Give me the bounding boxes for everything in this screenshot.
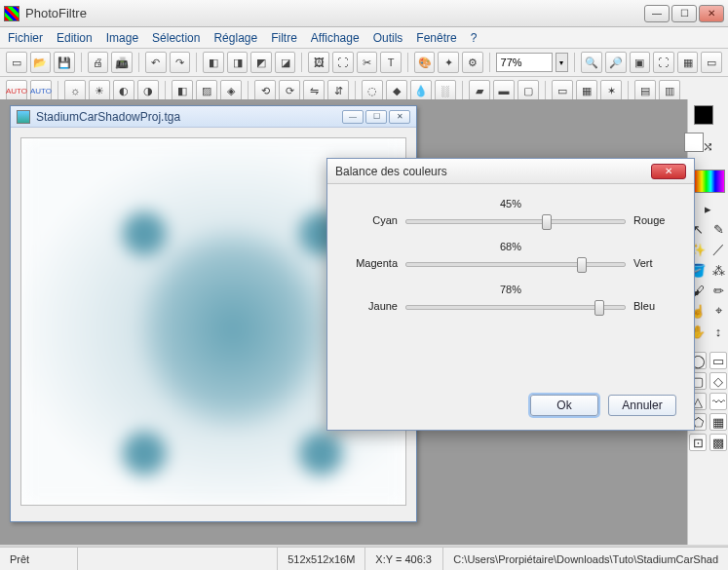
scroll-tool-icon[interactable]: ↕ — [709, 323, 727, 340]
slider-track-2[interactable] — [405, 254, 626, 272]
module1-icon[interactable]: ▭ — [552, 80, 573, 101]
contrast-plus-icon[interactable]: ◑ — [137, 80, 159, 101]
grayscale-icon[interactable]: ◧ — [172, 80, 193, 101]
slider-thumb-3[interactable] — [594, 300, 604, 316]
slider-track-1[interactable] — [405, 211, 626, 229]
scan-icon[interactable]: 📠 — [111, 52, 133, 73]
menu-fichier[interactable]: Fichier — [8, 31, 43, 45]
menu-edition[interactable]: Edition — [57, 31, 93, 45]
auto-contrast-icon[interactable]: AUTO — [30, 80, 52, 101]
zoom-input[interactable] — [496, 53, 553, 72]
color-palette[interactable] — [692, 170, 725, 193]
lasso-sel-icon[interactable]: 〰 — [709, 393, 727, 410]
menu-selection[interactable]: Sélection — [152, 31, 200, 45]
save-icon[interactable]: 💾 — [54, 52, 75, 73]
menu-image[interactable]: Image — [106, 31, 138, 45]
tool-a-icon[interactable]: ◧ — [203, 52, 224, 73]
brightness-plus-icon[interactable]: ☀ — [89, 80, 110, 101]
eyedropper-tool-icon[interactable]: ✎ — [709, 220, 727, 238]
print-icon[interactable]: 🖨 — [88, 52, 109, 73]
plugin-icon[interactable]: ⚙ — [462, 52, 483, 73]
redo-icon[interactable]: ↷ — [170, 52, 191, 73]
dialog-titlebar[interactable]: Balance des couleurs ✕ — [327, 159, 694, 184]
image-props-icon[interactable]: 🖼 — [308, 52, 329, 73]
resize-icon[interactable]: ⛶ — [332, 52, 354, 73]
manager-icon[interactable]: ▥ — [659, 80, 680, 101]
spray-tool-icon[interactable]: ⁂ — [709, 261, 727, 279]
ok-button[interactable]: Ok — [530, 395, 598, 416]
menu-help[interactable]: ? — [471, 31, 478, 45]
dialog-close-button[interactable]: ✕ — [651, 164, 686, 179]
flip-h-icon[interactable]: ⇋ — [303, 80, 325, 101]
menu-reglage[interactable]: Réglage — [213, 31, 257, 45]
slider-track-3[interactable] — [405, 297, 626, 315]
slider-cyan-rouge: 45% Cyan Rouge — [347, 198, 674, 229]
grid-sel-icon[interactable]: ▦ — [709, 413, 727, 431]
zoom-dropdown-icon[interactable]: ▾ — [556, 53, 569, 72]
foreground-swatch[interactable] — [694, 105, 713, 125]
frame-icon[interactable]: ▢ — [517, 80, 539, 101]
crop-icon[interactable]: ✂ — [357, 52, 378, 73]
app-icon — [4, 6, 19, 21]
fit-icon[interactable]: ▣ — [630, 52, 651, 73]
open-icon[interactable]: 📂 — [30, 52, 52, 73]
zoom-in-icon[interactable]: 🔍 — [581, 52, 602, 73]
menu-affichage[interactable]: Affichage — [311, 31, 360, 45]
doc-maximize-button[interactable]: ☐ — [365, 110, 387, 124]
document-titlebar[interactable]: StadiumCarShadowProj.tga — ☐ ✕ — [11, 106, 416, 128]
menu-filtre[interactable]: Filtre — [271, 31, 297, 45]
grid-icon[interactable]: ▦ — [677, 52, 699, 73]
relief-icon[interactable]: ▰ — [469, 80, 490, 101]
drop-icon[interactable]: 💧 — [410, 80, 432, 101]
sharpen-icon[interactable]: ◆ — [386, 80, 407, 101]
doc-close-button[interactable]: ✕ — [389, 110, 410, 124]
gradient-icon[interactable]: ▬ — [493, 80, 515, 101]
auto-levels-icon[interactable]: AUTO — [6, 80, 27, 101]
maximize-button[interactable]: ☐ — [671, 5, 697, 22]
close-button[interactable]: ✕ — [699, 5, 724, 22]
slider-thumb-1[interactable] — [542, 214, 552, 230]
module3-icon[interactable]: ✶ — [600, 80, 622, 101]
arrow-icon[interactable]: ▸ — [700, 200, 717, 217]
rotate-right-icon[interactable]: ⟳ — [279, 80, 300, 101]
flip-v-icon[interactable]: ⇵ — [327, 80, 349, 101]
outline-sel-icon[interactable]: ⊡ — [689, 434, 707, 451]
slider-thumb-2[interactable] — [577, 257, 587, 273]
diamond-sel-icon[interactable]: ◇ — [709, 372, 727, 390]
module2-icon[interactable]: ▦ — [576, 80, 597, 101]
palette-icon[interactable]: 🎨 — [414, 52, 436, 73]
fullscreen-icon[interactable]: ⛶ — [653, 52, 674, 73]
line-tool-icon[interactable]: ／ — [709, 241, 727, 258]
menu-fenetre[interactable]: Fenêtre — [416, 31, 456, 45]
pattern-sel-icon[interactable]: ▩ — [709, 434, 727, 451]
sepia-icon[interactable]: ▨ — [196, 80, 217, 101]
slider-value-3: 78% — [347, 284, 674, 295]
status-coords: X:Y = 406:3 — [365, 548, 443, 570]
explorer-icon[interactable]: ▤ — [634, 80, 656, 101]
advbrush-tool-icon[interactable]: ✏ — [709, 282, 727, 299]
rect-sel-icon[interactable]: ▭ — [709, 352, 727, 369]
dialog-body: 45% Cyan Rouge 68% Magenta Vert 78% Jaun… — [327, 184, 694, 334]
effects-icon[interactable]: ✦ — [438, 52, 459, 73]
new-icon[interactable]: ▭ — [6, 52, 27, 73]
tool-c-icon[interactable]: ◩ — [250, 52, 272, 73]
menu-outils[interactable]: Outils — [373, 31, 403, 45]
minimize-button[interactable]: — — [644, 5, 670, 22]
rotate-left-icon[interactable]: ⟲ — [254, 80, 276, 101]
slider-right-1: Rouge — [633, 214, 674, 226]
blur-icon[interactable]: ◌ — [362, 80, 383, 101]
background-swatch[interactable] — [684, 133, 704, 152]
tool-b-icon[interactable]: ◨ — [227, 52, 249, 73]
tool-d-icon[interactable]: ◪ — [275, 52, 296, 73]
text-icon[interactable]: T — [380, 52, 402, 73]
presentation-icon[interactable]: ▭ — [701, 52, 722, 73]
undo-icon[interactable]: ↶ — [145, 52, 167, 73]
noise-icon[interactable]: ░ — [435, 80, 456, 101]
zoom-out-icon[interactable]: 🔎 — [605, 52, 627, 73]
invert-icon[interactable]: ◈ — [220, 80, 242, 101]
brightness-minus-icon[interactable]: ☼ — [64, 80, 86, 101]
clone-tool-icon[interactable]: ⌖ — [709, 302, 727, 320]
contrast-minus-icon[interactable]: ◐ — [113, 80, 134, 101]
doc-minimize-button[interactable]: — — [342, 110, 364, 124]
cancel-button[interactable]: Annuler — [608, 395, 676, 416]
